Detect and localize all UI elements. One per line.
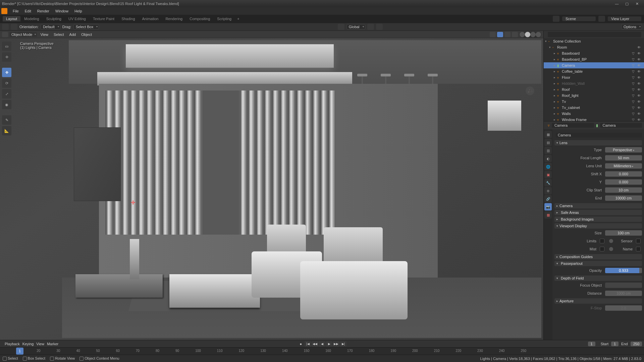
vp-menu-view[interactable]: View [38,33,50,37]
scene-browse-icon[interactable] [553,16,559,22]
shift-x-field[interactable]: 0.000 [605,171,642,177]
modifier-icon[interactable]: ▽ [632,64,637,67]
eye-icon[interactable]: 👁 [637,58,643,61]
focus-object-field[interactable] [605,283,642,288]
tab-scripting[interactable]: Scripting [214,16,235,21]
autokey-icon[interactable]: ● [300,342,302,346]
close-button[interactable]: ✕ [632,2,642,6]
ptab-constraint[interactable]: 🔗 [544,195,552,202]
end-frame-field[interactable]: 250 [631,342,642,346]
cursor-tool[interactable]: ✛ [2,52,11,62]
lens-unit-dropdown[interactable]: Millimeters [605,163,642,169]
tab-uv[interactable]: UV Editing [65,16,89,21]
modifier-icon[interactable]: ▽ [632,112,637,116]
prev-key-button[interactable]: ◀◀ [312,341,318,347]
modifier-icon[interactable]: ▽ [632,100,637,104]
fstop-field[interactable]: 2.8 [605,305,642,311]
outliner-item[interactable]: ▸▿Window Frame▽👁 [544,117,644,121]
outliner-collection[interactable]: ▾ ▫ Room 👁 [544,44,644,50]
vp-menu-object[interactable]: Object [79,33,94,37]
eye-icon[interactable]: 👁 [637,112,643,116]
panel-dof[interactable]: ▾Depth of Field [554,276,642,281]
xray-icon[interactable] [512,32,518,37]
menu-render[interactable]: Render [35,9,52,13]
viewlayer-browse-icon[interactable] [598,16,605,22]
camera-name-field[interactable]: Camera [556,133,642,137]
panel-camera[interactable]: ▸Camera [554,203,642,208]
outliner-item[interactable]: ▸▿Tv▽👁 [544,99,644,105]
outliner-item[interactable]: ▸▿Hiddden_Wall▽👁 [544,80,644,86]
outliner-item[interactable]: ▸▿Baseboard▽👁 [544,50,644,56]
clip-end-field[interactable]: 10000 cm [605,195,642,201]
tab-shading[interactable]: Shading [118,16,138,21]
start-frame-field[interactable]: 1 [611,342,619,346]
props-data-name[interactable]: Camera [600,123,642,128]
modifier-icon[interactable]: ▽ [632,70,637,73]
limits-checkbox[interactable] [600,239,604,243]
vp-menu-add[interactable]: Add [67,33,78,37]
tab-compositing[interactable]: Compositing [186,16,213,21]
minimize-button[interactable]: — [612,2,622,6]
outliner-item[interactable]: ▸▿Tv_cabinet▽👁 [544,105,644,111]
3d-viewport[interactable]: ▭ ✛ ✥ ⟳ ⤢ ◉ ✎ 📐 Camera Perspective (1) L… [0,38,543,340]
mode-dropdown[interactable]: Object Mode [9,32,37,37]
panel-lens[interactable]: ▾Lens [554,140,642,145]
scale-tool[interactable]: ⤢ [2,89,11,99]
menu-edit[interactable]: Edit [22,9,34,13]
eye-icon[interactable]: 👁 [637,70,643,73]
ptab-texture[interactable]: ▩ [544,211,552,219]
ptab-world[interactable]: 🌐 [544,163,552,170]
outliner-item[interactable]: ▸▿Coffee_table▽👁 [544,68,644,74]
ptab-modifier[interactable]: 🔧 [544,179,552,186]
transform-pivot-icon[interactable] [338,24,344,30]
menu-file[interactable]: File [10,9,21,13]
ptab-scene[interactable]: ◐ [544,155,552,162]
select-tool[interactable]: ▭ [2,42,11,51]
tl-menu-playback[interactable]: Playback [5,342,20,346]
outliner-item[interactable]: ▸▿Roof▽👁 [544,86,644,93]
modifier-icon[interactable]: ▽ [632,118,637,121]
display-size-field[interactable]: 100 cm [605,230,642,236]
modifier-icon[interactable]: ▽ [632,106,637,110]
jump-end-button[interactable]: ▶| [340,341,346,347]
eye-icon[interactable]: 👁 [637,64,643,67]
ptab-data-camera[interactable]: 📷 [544,203,552,210]
name-checkbox[interactable] [636,247,641,251]
outliner-item[interactable]: ▸▿Baseboard_BP▽👁 [544,56,644,62]
playhead[interactable]: 1 [16,348,23,355]
annotate-tool[interactable]: ✎ [2,115,11,125]
scene-name-field[interactable]: Scene [562,16,596,21]
panel-composition[interactable]: ▸Composition Guides [554,254,642,259]
ptab-object[interactable]: ▣ [544,171,552,178]
menu-window[interactable]: Window [53,9,71,13]
eye-icon[interactable]: 👁 [637,118,643,121]
limits-keyframe-icon[interactable] [609,239,613,243]
selectability-icon[interactable] [490,32,496,37]
panel-passepartout[interactable]: ▾Passepartout [554,261,642,266]
measure-tool[interactable]: 📐 [2,126,11,135]
tab-rendering[interactable]: Rendering [162,16,186,21]
editor-type-icon[interactable] [2,32,8,37]
options-dropdown[interactable]: Options [621,24,642,29]
maximize-button[interactable]: ▢ [622,2,632,6]
vp-menu-select[interactable]: Select [52,33,66,37]
outliner-item[interactable]: ▸▮Camera▽👁 [544,62,644,68]
eye-icon[interactable]: 👁 [637,52,643,55]
eye-icon[interactable]: 👁 [637,76,643,79]
focus-distance-field[interactable]: 1000 cm [605,291,642,296]
outliner-item[interactable]: ▸▿Walls▽👁 [544,111,644,117]
outliner-root[interactable]: ▾ ▫ Scene Collection [544,38,644,44]
mist-checkbox[interactable] [600,247,604,251]
panel-safe-areas[interactable]: ▸Safe Areas [554,210,642,215]
global-dropdown[interactable]: Global [346,24,365,29]
tab-modeling[interactable]: Modeling [21,16,43,21]
focal-length-field[interactable]: 50 mm [605,155,642,161]
tab-sculpting[interactable]: Sculpting [43,16,65,21]
opacity-slider[interactable]: 0.933 [605,268,642,273]
clip-start-field[interactable]: 10 cm [605,187,642,193]
modifier-icon[interactable]: ▽ [632,52,637,55]
tl-menu-keying[interactable]: Keying [22,342,34,346]
drag-dropdown[interactable]: Select Box [73,24,99,29]
eye-icon[interactable]: 👁 [637,82,643,85]
shift-y-field[interactable]: 0.000 [605,179,642,185]
